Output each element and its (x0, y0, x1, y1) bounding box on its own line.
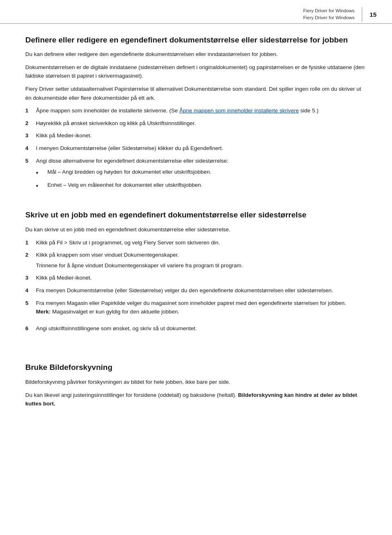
section-gap-2 (25, 336, 367, 349)
section2-step6: 6 Angi utskriftsinnstillingene som ønske… (25, 324, 367, 333)
section-gap-3 (25, 349, 367, 363)
page: Fiery Driver for Windows Fiery Driver fo… (0, 0, 392, 535)
step1-link[interactable]: Åpne mappen som inneholder installerte s… (179, 107, 299, 114)
section1-intro: Du kan definere eller redigere den egend… (25, 50, 367, 59)
step-number-5: 5 (25, 157, 34, 194)
step3-content: Klikk på Medier-ikonet. (36, 131, 367, 140)
s2-step4-content: Fra menyen Dokumentstørrelse (eller Side… (36, 286, 367, 295)
s2-step-number-5: 5 (25, 299, 34, 320)
step-number-2: 2 (25, 119, 34, 128)
header-titles: Fiery Driver for Windows Fiery Driver fo… (16, 7, 354, 22)
bullet-text-1: Mål – Angi bredden og høyden for dokumen… (47, 168, 212, 178)
s2-step2-main: Klikk på knappen som viser vinduet Dokum… (36, 252, 179, 258)
bullet-dot-2: • (36, 181, 45, 191)
section1-step3: 3 Klikk på Medier-ikonet. (25, 131, 367, 140)
s2-step2-content: Klikk på knappen som viser vinduet Dokum… (36, 251, 367, 270)
section1-step5: 5 Angi disse alternativene for egendefin… (25, 157, 367, 194)
section2-step4: 4 Fra menyen Dokumentstørrelse (eller Si… (25, 286, 367, 295)
section3-intro: Bildeforskyvning påvirker forskyvningen … (25, 378, 367, 387)
s2-step3-content: Klikk på Medier-ikonet. (36, 273, 367, 282)
section1-para2: Fiery Driver setter utdataalternativet P… (25, 85, 367, 102)
section1-steps: 1 Åpne mappen som inneholder de installe… (25, 106, 367, 193)
s2-step-number-3: 3 (25, 273, 34, 282)
s2-step5-content: Fra menyen Magasin eller Papirkilde velg… (36, 299, 367, 320)
s2-step-number-6: 6 (25, 324, 34, 333)
step-number-3: 3 (25, 131, 34, 140)
bullet-item-1: • Mål – Angi bredden og høyden for dokum… (36, 168, 367, 178)
main-content: Definere eller redigere en egendefinert … (0, 24, 392, 424)
page-header: Fiery Driver for Windows Fiery Driver fo… (0, 0, 392, 24)
step-number-4: 4 (25, 144, 34, 153)
s2-note: Merk: Magasinvalget er kun gyldig for de… (36, 307, 367, 316)
section2-intro: Du kan skrive ut en jobb med en egendefi… (25, 225, 367, 234)
s2-step1-content: Klikk på Fil > Skriv ut i programmet, og… (36, 238, 367, 247)
bullet-text-2: Enhet – Velg en måleenhet for dokumentet… (47, 181, 203, 191)
section3-para2: Du kan likevel angi justeringsinnstillin… (25, 391, 367, 408)
bullet-item-2: • Enhet – Velg en måleenhet for dokument… (36, 181, 367, 191)
s2-step-number-2: 2 (25, 251, 34, 270)
step1-content: Åpne mappen som inneholder de installert… (36, 106, 367, 115)
step-number-1: 1 (25, 106, 34, 115)
note-label: Merk: (36, 309, 51, 315)
page-number: 15 (362, 7, 376, 22)
section3-heading: Bruke Bildeforskyvning (25, 363, 367, 373)
s2-step6-content: Angi utskriftsinnstillingene som ønsket,… (36, 324, 367, 333)
section1-step4: 4 I menyen Dokumentstørrelse (eller Side… (25, 144, 367, 153)
section2-step5: 5 Fra menyen Magasin eller Papirkilde ve… (25, 299, 367, 320)
step4-content: I menyen Dokumentstørrelse (eller Sidest… (36, 144, 367, 153)
bullet-dot-1: • (36, 168, 45, 178)
s2-step2-sub: Trinnene for å åpne vinduet Dokumentegen… (36, 261, 367, 270)
section1-step1: 1 Åpne mappen som inneholder de installe… (25, 106, 367, 115)
section2-step1: 1 Klikk på Fil > Skriv ut i programmet, … (25, 238, 367, 247)
section1-step2: 2 Høyreklikk på ønsket skriverkikon og k… (25, 119, 367, 128)
section2-heading: Skrive ut en jobb med en egendefinert do… (25, 210, 367, 220)
section2-step3: 3 Klikk på Medier-ikonet. (25, 273, 367, 282)
section1-bullet-list: • Mål – Angi bredden og høyden for dokum… (36, 168, 367, 191)
header-title-2: Fiery Driver for Windows (16, 14, 354, 21)
section1-para1: Dokumentstørrelsen er de digitale inndat… (25, 63, 367, 81)
section2-steps: 1 Klikk på Fil > Skriv ut i programmet, … (25, 238, 367, 333)
header-title-1: Fiery Driver for Windows (16, 7, 354, 14)
note-text: Magasinvalget er kun gyldig for den aktu… (51, 309, 179, 315)
step1-suffix: side 5.) (299, 107, 318, 114)
s2-step-number-4: 4 (25, 286, 34, 295)
step2-content: Høyreklikk på ønsket skriverkikon og kli… (36, 119, 367, 128)
section1-heading: Definere eller redigere en egendefinert … (25, 35, 367, 45)
step5-content: Angi disse alternativene for egendefiner… (36, 157, 367, 194)
section2-step2: 2 Klikk på knappen som viser vinduet Dok… (25, 251, 367, 270)
section3-para2-text: Du kan likevel angi justeringsinnstillin… (25, 392, 238, 398)
section-gap-1 (25, 197, 367, 210)
s2-step5-main: Fra menyen Magasin eller Papirkilde velg… (36, 300, 346, 306)
step1-text: Åpne mappen som inneholder de installert… (36, 107, 179, 114)
step5-intro: Angi disse alternativene for egendefiner… (36, 158, 228, 164)
s2-step-number-1: 1 (25, 238, 34, 247)
